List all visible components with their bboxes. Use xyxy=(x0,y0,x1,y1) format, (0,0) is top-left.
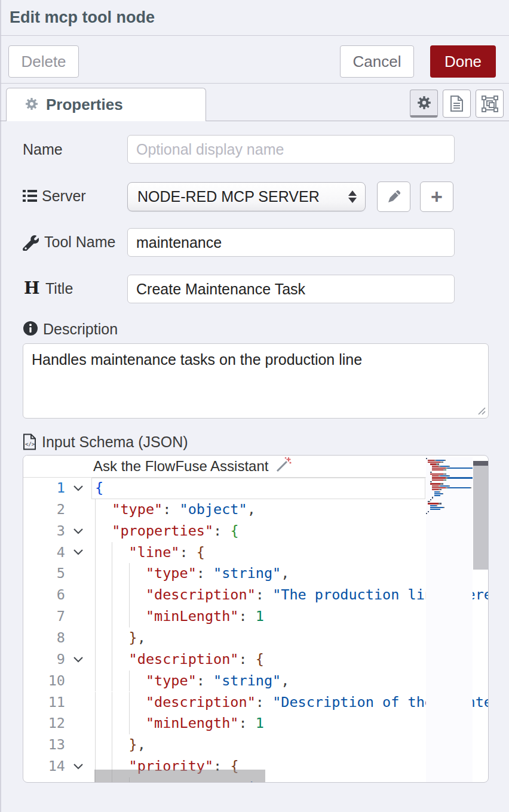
code-line[interactable]: 12 "minLength": 1 xyxy=(23,713,426,734)
line-number: 10 xyxy=(23,670,65,692)
vertical-scrollbar-thumb[interactable] xyxy=(473,466,488,570)
line-number: 9 xyxy=(23,649,65,670)
properties-panel-button[interactable] xyxy=(410,90,438,118)
minimap[interactable] xyxy=(426,457,473,782)
code-line[interactable]: 9 "description": { xyxy=(23,649,426,670)
line-number: 11 xyxy=(23,692,65,713)
line-number: 14 xyxy=(23,756,65,777)
add-server-button[interactable]: + xyxy=(420,182,453,212)
edit-server-button[interactable] xyxy=(377,182,410,212)
dialog-title: Edit mcp tool node xyxy=(10,0,155,35)
wrench-icon xyxy=(23,235,39,253)
delete-button[interactable]: Delete xyxy=(8,45,79,78)
fold-chevron-icon[interactable] xyxy=(70,649,87,670)
name-input[interactable] xyxy=(127,135,455,164)
resize-handle[interactable] xyxy=(477,407,486,415)
server-label: Server xyxy=(42,187,86,205)
plus-icon: + xyxy=(431,185,443,208)
tool-name-label: Tool Name xyxy=(44,233,116,251)
code-line[interactable]: 4 "line": { xyxy=(23,542,426,564)
code-area[interactable]: 1{2 "type": "object",3 "properties": {4 … xyxy=(23,456,426,783)
line-number: 15 xyxy=(23,777,65,783)
server-list-icon xyxy=(23,189,37,205)
fold-chevron-icon[interactable] xyxy=(70,542,87,564)
title-label: Title xyxy=(45,279,73,297)
server-select[interactable]: NODE-RED MCP SERVER xyxy=(127,182,366,211)
name-label: Name xyxy=(23,140,63,158)
input-schema-label: Input Schema (JSON) xyxy=(42,433,188,451)
tab-bar: Properties xyxy=(0,84,509,121)
done-button[interactable]: Done xyxy=(430,45,496,78)
server-select-value: NODE-RED MCP SERVER xyxy=(137,188,320,205)
line-number: 8 xyxy=(23,628,65,649)
dialog-toolbar: Delete Cancel Done xyxy=(0,36,509,84)
gear-icon xyxy=(24,97,39,113)
line-number: 2 xyxy=(23,499,65,521)
line-number: 3 xyxy=(23,521,65,542)
code-line[interactable]: 13 }, xyxy=(23,734,426,756)
description-textarea[interactable]: Handles maintenance tasks on the product… xyxy=(23,343,489,419)
line-number: 13 xyxy=(23,734,65,756)
file-code-icon: </> xyxy=(23,433,36,453)
heading-icon: H xyxy=(24,278,39,298)
scrollbar-cap xyxy=(473,461,488,466)
code-line[interactable]: 10 "type": "string", xyxy=(23,670,426,692)
fold-chevron-icon[interactable] xyxy=(70,521,87,542)
line-number: 4 xyxy=(23,542,65,564)
title-input[interactable] xyxy=(127,275,455,303)
code-line[interactable]: 7 "minLength": 1 xyxy=(23,606,426,628)
code-line[interactable]: 6 "description": "The production line wh… xyxy=(23,585,426,606)
code-line[interactable]: 2 "type": "object", xyxy=(23,499,426,521)
properties-form: Name Server NODE-RED MCP SERVER + Tool N… xyxy=(0,121,509,455)
line-number: 1 xyxy=(23,478,65,499)
code-line[interactable]: 11 "description": "Description of the ma… xyxy=(23,692,426,713)
fold-chevron-icon[interactable] xyxy=(70,478,87,499)
code-line[interactable]: 3 "properties": { xyxy=(23,521,426,542)
code-line[interactable]: 5 "type": "string", xyxy=(23,563,426,585)
code-line[interactable]: 8 }, xyxy=(23,628,426,649)
code-line[interactable]: 1{ xyxy=(23,478,426,499)
magic-wand-icon xyxy=(274,456,292,476)
dialog-header: Edit mcp tool node xyxy=(0,0,509,36)
select-arrows-icon xyxy=(348,183,357,211)
tool-name-input[interactable] xyxy=(127,228,455,257)
tab-properties-label: Properties xyxy=(46,96,123,114)
json-schema-editor[interactable]: Ask the FlowFuse Assistant 1{2 "type": "… xyxy=(23,455,489,783)
description-field-wrap: Handles maintenance tasks on the product… xyxy=(23,343,489,419)
pencil-icon xyxy=(387,190,401,204)
horizontal-scrollbar-thumb[interactable] xyxy=(94,770,265,783)
info-icon xyxy=(23,321,38,339)
document-icon xyxy=(449,95,464,112)
line-number: 6 xyxy=(23,585,65,606)
cancel-button[interactable]: Cancel xyxy=(340,45,414,78)
vertical-scrollbar[interactable] xyxy=(473,461,488,570)
line-number: 12 xyxy=(23,713,65,734)
svg-text:</>: </> xyxy=(25,441,35,447)
assistant-bar[interactable]: Ask the FlowFuse Assistant xyxy=(23,456,426,478)
line-number: 7 xyxy=(23,606,65,628)
assistant-label: Ask the FlowFuse Assistant xyxy=(93,458,268,475)
line-number: 5 xyxy=(23,563,65,585)
tab-properties[interactable]: Properties xyxy=(6,88,206,121)
description-panel-button[interactable] xyxy=(443,90,471,118)
fold-chevron-icon[interactable] xyxy=(70,756,87,777)
minimap-line xyxy=(426,512,473,514)
edit-node-dialog: { "window": { "title": "Edit mcp tool no… xyxy=(0,0,509,812)
description-label: Description xyxy=(43,320,118,338)
appearance-icon xyxy=(481,95,499,113)
appearance-panel-button[interactable] xyxy=(476,90,504,118)
